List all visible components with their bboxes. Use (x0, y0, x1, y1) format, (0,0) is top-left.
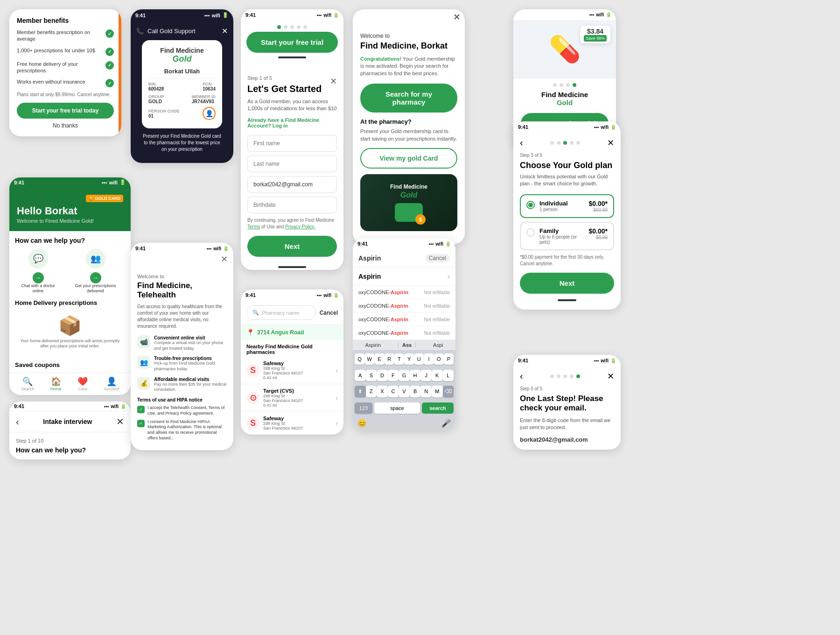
no-thanks-button[interactable]: No thanks (17, 122, 114, 129)
checkbox-hipaa[interactable]: ✓ I consent to Find Medicine HIPAA Marke… (137, 419, 227, 441)
intake-step-label: Step 1 of 10 (16, 438, 124, 444)
home-nav-icon: 🏠 (51, 376, 61, 387)
email-input[interactable] (247, 176, 337, 193)
telehealth-close-button[interactable]: ✕ (221, 254, 228, 264)
key-space[interactable]: space (374, 402, 420, 414)
how-help-title: How can we help you? (15, 237, 125, 244)
feature-affordable: 💰 Affordable medical visits Pay no more … (137, 377, 227, 393)
key-t[interactable]: T (394, 353, 404, 365)
privacy-link[interactable]: Privacy Policy. (285, 224, 315, 229)
plan-back-button[interactable]: ‹ (520, 137, 523, 148)
key-backspace[interactable]: ⌫ (443, 386, 454, 397)
start-trial-button-top[interactable]: Start your free trial (246, 32, 338, 53)
start-trial-today-button[interactable]: Start your free trial today (17, 103, 114, 119)
signal-telehealth: ▪▪▪ (207, 246, 212, 251)
key-c[interactable]: C (388, 386, 399, 397)
nearby-title: Nearby Find Medicine Gold pharmacies (241, 340, 343, 357)
key-search[interactable]: search (422, 402, 454, 414)
key-r[interactable]: R (385, 353, 394, 365)
aspirin-search-text: Aspirin (358, 254, 381, 262)
intake-close-button[interactable]: ✕ (116, 416, 124, 427)
help-item-delivery[interactable]: 👥 → Get your prescriptions delivered (66, 249, 125, 294)
nav-account[interactable]: 👤 Account (104, 376, 119, 391)
key-j[interactable]: J (420, 370, 432, 381)
help-item-chat[interactable]: 💬 → Chat with a doctor online (15, 249, 61, 294)
key-a[interactable]: A (355, 370, 366, 381)
ev-desc: Enter the 6-digit code from the email we… (520, 417, 614, 431)
key-p[interactable]: P (444, 353, 454, 365)
nav-home[interactable]: 🏠 Home (50, 376, 62, 391)
ev-close-button[interactable]: ✕ (607, 371, 614, 381)
key-l[interactable]: L (443, 370, 454, 381)
checkbox-consent[interactable]: ✓ I accept the Telehealth Consent, Terms… (137, 405, 227, 416)
pharmacy-item-2[interactable]: ⊙ Target (CVS) 298 King St San Francisco… (241, 384, 343, 412)
dot-ill-3 (566, 83, 570, 87)
get-started-card: 9:41 ▪▪▪ wifi 🔋 Start your free trial ✕ … (241, 9, 343, 270)
emoji-button[interactable]: 😊 (357, 419, 367, 428)
first-name-input[interactable] (247, 135, 337, 152)
present-text: Present your Find Medicine Gold card to … (136, 128, 228, 157)
member-benefits-title: Member benefits (17, 17, 114, 24)
key-i[interactable]: I (424, 353, 434, 365)
signal-icon-intake: ▪▪▪ (104, 404, 109, 409)
phone-icon: 📞 (136, 28, 144, 35)
next-button-gs[interactable]: Next (247, 236, 337, 257)
key-f[interactable]: F (388, 370, 399, 381)
key-e[interactable]: E (374, 353, 384, 365)
key-w[interactable]: W (364, 353, 374, 365)
aspirin-main-result[interactable]: Aspirin › (353, 268, 455, 286)
plan-close-button[interactable]: ✕ (607, 138, 614, 148)
key-x[interactable]: X (377, 386, 388, 397)
ev-step-label: Step 5 of 5 (520, 386, 614, 391)
key-q[interactable]: Q (355, 353, 364, 365)
key-y[interactable]: Y (404, 353, 414, 365)
nav-search[interactable]: 🔍 Search (21, 376, 35, 391)
pharmacy-cancel-button[interactable]: Cancel (320, 310, 338, 316)
nav-care[interactable]: ❤️ Care (77, 376, 88, 391)
family-plan-option[interactable]: Family Up to 6 people (or pets) $0.00* $… (520, 222, 614, 250)
key-z[interactable]: Z (366, 386, 377, 397)
key-123[interactable]: 123 (355, 402, 372, 414)
mic-button[interactable]: 🎤 (441, 419, 451, 428)
intake-back-button[interactable]: ‹ (16, 416, 19, 427)
dot-2 (284, 25, 287, 29)
birthdate-input[interactable] (247, 197, 337, 213)
pharmacy-search-input[interactable]: 🔍 Pharmacy name (246, 305, 316, 320)
close-welcome-button[interactable]: ✕ (453, 12, 460, 22)
delivery-arrow[interactable]: → (90, 272, 101, 283)
key-m[interactable]: M (432, 386, 443, 397)
key-o[interactable]: O (434, 353, 444, 365)
key-k[interactable]: K (432, 370, 443, 381)
key-u[interactable]: U (414, 353, 424, 365)
dot-3 (290, 25, 294, 29)
save-badge: Save 98% (584, 35, 607, 42)
keyboard-row-1: QW ER TY UI OP (353, 351, 455, 367)
pharmacy-search-card: 9:41 ▪▪▪ wifi 🔋 🔍 Pharmacy name Cancel 📍… (241, 289, 343, 435)
key-shift[interactable]: ⬆ (355, 386, 366, 397)
pharmacy-item-1[interactable]: S Safeway 288 King St San Francisco 9410… (241, 357, 343, 384)
key-g[interactable]: G (399, 370, 410, 381)
key-v[interactable]: V (399, 386, 410, 397)
search-pharmacy-button[interactable]: Search for my pharmacy (360, 84, 457, 113)
checkbox-icon-1: ✓ (137, 406, 145, 413)
individual-plan-option[interactable]: Individual 1 person $0.00* $60.99 (520, 194, 614, 218)
benefit-item-2: 1,000+ prescriptions for under 10$ (17, 47, 114, 56)
key-h[interactable]: H (410, 370, 421, 381)
checkbox-icon-2: ✓ (137, 420, 145, 427)
aspirin-cancel-button[interactable]: Cancel (425, 254, 450, 262)
key-s[interactable]: S (366, 370, 377, 381)
ev-back-button[interactable]: ‹ (520, 371, 523, 381)
log-in-link[interactable]: Log in (273, 123, 288, 128)
close-button-gs[interactable]: ✕ (330, 76, 337, 86)
key-d[interactable]: D (377, 370, 388, 381)
close-support-button[interactable]: ✕ (222, 27, 228, 35)
feature-convenient: 📹 Convenient online visit Compete a virt… (137, 335, 227, 351)
key-b[interactable]: B (410, 386, 421, 397)
view-gold-card-button[interactable]: View my gold Card (360, 148, 457, 169)
last-name-input[interactable] (247, 155, 337, 172)
pharmacy-item-3[interactable]: S Safeway 298 King St San Francisco 9410… (241, 412, 343, 435)
next-button-plan[interactable]: Next (520, 273, 614, 294)
key-n[interactable]: N (420, 386, 432, 397)
chat-arrow[interactable]: → (33, 272, 44, 283)
terms-link[interactable]: Terms (247, 224, 260, 229)
